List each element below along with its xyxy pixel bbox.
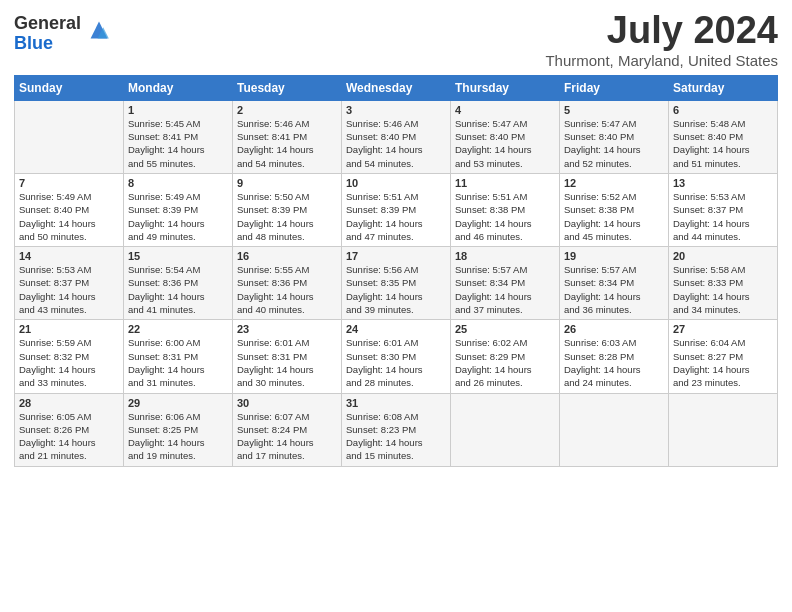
day-number: 3 (346, 104, 446, 116)
calendar-cell: 12Sunrise: 5:52 AM Sunset: 8:38 PM Dayli… (560, 173, 669, 246)
day-number: 28 (19, 397, 119, 409)
day-number: 31 (346, 397, 446, 409)
day-info: Sunrise: 5:45 AM Sunset: 8:41 PM Dayligh… (128, 117, 228, 170)
day-info: Sunrise: 6:05 AM Sunset: 8:26 PM Dayligh… (19, 410, 119, 463)
calendar-cell (15, 100, 124, 173)
day-number: 9 (237, 177, 337, 189)
day-info: Sunrise: 6:03 AM Sunset: 8:28 PM Dayligh… (564, 336, 664, 389)
day-info: Sunrise: 5:49 AM Sunset: 8:39 PM Dayligh… (128, 190, 228, 243)
day-number: 16 (237, 250, 337, 262)
day-number: 15 (128, 250, 228, 262)
day-info: Sunrise: 5:53 AM Sunset: 8:37 PM Dayligh… (673, 190, 773, 243)
title-area: July 2024 Thurmont, Maryland, United Sta… (545, 10, 778, 69)
calendar-cell: 15Sunrise: 5:54 AM Sunset: 8:36 PM Dayli… (124, 247, 233, 320)
day-info: Sunrise: 5:46 AM Sunset: 8:41 PM Dayligh… (237, 117, 337, 170)
day-info: Sunrise: 6:01 AM Sunset: 8:30 PM Dayligh… (346, 336, 446, 389)
logo-blue: Blue (14, 34, 81, 54)
calendar-cell: 11Sunrise: 5:51 AM Sunset: 8:38 PM Dayli… (451, 173, 560, 246)
day-number: 1 (128, 104, 228, 116)
day-info: Sunrise: 5:49 AM Sunset: 8:40 PM Dayligh… (19, 190, 119, 243)
logo: General Blue (14, 14, 113, 54)
calendar-cell: 5Sunrise: 5:47 AM Sunset: 8:40 PM Daylig… (560, 100, 669, 173)
calendar-cell: 16Sunrise: 5:55 AM Sunset: 8:36 PM Dayli… (233, 247, 342, 320)
day-number: 5 (564, 104, 664, 116)
day-info: Sunrise: 6:06 AM Sunset: 8:25 PM Dayligh… (128, 410, 228, 463)
header-area: General Blue July 2024 Thurmont, Marylan… (14, 10, 778, 69)
calendar-cell (669, 393, 778, 466)
calendar-cell: 4Sunrise: 5:47 AM Sunset: 8:40 PM Daylig… (451, 100, 560, 173)
month-title: July 2024 (545, 10, 778, 52)
day-number: 22 (128, 323, 228, 335)
calendar-body: 1Sunrise: 5:45 AM Sunset: 8:41 PM Daylig… (15, 100, 778, 466)
day-number: 29 (128, 397, 228, 409)
page-container: General Blue July 2024 Thurmont, Marylan… (0, 0, 792, 475)
calendar-cell: 13Sunrise: 5:53 AM Sunset: 8:37 PM Dayli… (669, 173, 778, 246)
col-tuesday: Tuesday (233, 75, 342, 100)
calendar-table: Sunday Monday Tuesday Wednesday Thursday… (14, 75, 778, 467)
day-info: Sunrise: 5:56 AM Sunset: 8:35 PM Dayligh… (346, 263, 446, 316)
calendar-cell: 23Sunrise: 6:01 AM Sunset: 8:31 PM Dayli… (233, 320, 342, 393)
day-info: Sunrise: 5:50 AM Sunset: 8:39 PM Dayligh… (237, 190, 337, 243)
header-row: Sunday Monday Tuesday Wednesday Thursday… (15, 75, 778, 100)
day-number: 19 (564, 250, 664, 262)
day-number: 30 (237, 397, 337, 409)
col-wednesday: Wednesday (342, 75, 451, 100)
day-info: Sunrise: 6:01 AM Sunset: 8:31 PM Dayligh… (237, 336, 337, 389)
calendar-cell (560, 393, 669, 466)
calendar-week-4: 21Sunrise: 5:59 AM Sunset: 8:32 PM Dayli… (15, 320, 778, 393)
calendar-cell: 24Sunrise: 6:01 AM Sunset: 8:30 PM Dayli… (342, 320, 451, 393)
day-number: 26 (564, 323, 664, 335)
day-info: Sunrise: 5:52 AM Sunset: 8:38 PM Dayligh… (564, 190, 664, 243)
calendar-header: Sunday Monday Tuesday Wednesday Thursday… (15, 75, 778, 100)
day-number: 21 (19, 323, 119, 335)
day-number: 2 (237, 104, 337, 116)
day-number: 11 (455, 177, 555, 189)
calendar-cell: 28Sunrise: 6:05 AM Sunset: 8:26 PM Dayli… (15, 393, 124, 466)
location-title: Thurmont, Maryland, United States (545, 52, 778, 69)
day-info: Sunrise: 6:02 AM Sunset: 8:29 PM Dayligh… (455, 336, 555, 389)
calendar-week-3: 14Sunrise: 5:53 AM Sunset: 8:37 PM Dayli… (15, 247, 778, 320)
col-monday: Monday (124, 75, 233, 100)
calendar-cell: 18Sunrise: 5:57 AM Sunset: 8:34 PM Dayli… (451, 247, 560, 320)
calendar-week-2: 7Sunrise: 5:49 AM Sunset: 8:40 PM Daylig… (15, 173, 778, 246)
day-info: Sunrise: 5:54 AM Sunset: 8:36 PM Dayligh… (128, 263, 228, 316)
calendar-cell: 26Sunrise: 6:03 AM Sunset: 8:28 PM Dayli… (560, 320, 669, 393)
calendar-cell: 25Sunrise: 6:02 AM Sunset: 8:29 PM Dayli… (451, 320, 560, 393)
day-number: 4 (455, 104, 555, 116)
logo-icon (85, 16, 113, 44)
calendar-cell: 8Sunrise: 5:49 AM Sunset: 8:39 PM Daylig… (124, 173, 233, 246)
day-info: Sunrise: 5:53 AM Sunset: 8:37 PM Dayligh… (19, 263, 119, 316)
day-number: 10 (346, 177, 446, 189)
day-info: Sunrise: 5:51 AM Sunset: 8:39 PM Dayligh… (346, 190, 446, 243)
day-info: Sunrise: 6:04 AM Sunset: 8:27 PM Dayligh… (673, 336, 773, 389)
calendar-cell: 30Sunrise: 6:07 AM Sunset: 8:24 PM Dayli… (233, 393, 342, 466)
day-info: Sunrise: 6:08 AM Sunset: 8:23 PM Dayligh… (346, 410, 446, 463)
day-info: Sunrise: 5:48 AM Sunset: 8:40 PM Dayligh… (673, 117, 773, 170)
day-number: 13 (673, 177, 773, 189)
day-number: 20 (673, 250, 773, 262)
calendar-cell: 14Sunrise: 5:53 AM Sunset: 8:37 PM Dayli… (15, 247, 124, 320)
day-info: Sunrise: 5:46 AM Sunset: 8:40 PM Dayligh… (346, 117, 446, 170)
day-number: 25 (455, 323, 555, 335)
day-info: Sunrise: 5:58 AM Sunset: 8:33 PM Dayligh… (673, 263, 773, 316)
calendar-cell: 1Sunrise: 5:45 AM Sunset: 8:41 PM Daylig… (124, 100, 233, 173)
day-info: Sunrise: 5:47 AM Sunset: 8:40 PM Dayligh… (564, 117, 664, 170)
day-info: Sunrise: 5:59 AM Sunset: 8:32 PM Dayligh… (19, 336, 119, 389)
calendar-cell: 6Sunrise: 5:48 AM Sunset: 8:40 PM Daylig… (669, 100, 778, 173)
logo-general: General (14, 14, 81, 34)
calendar-cell: 9Sunrise: 5:50 AM Sunset: 8:39 PM Daylig… (233, 173, 342, 246)
day-number: 6 (673, 104, 773, 116)
day-number: 27 (673, 323, 773, 335)
calendar-cell: 21Sunrise: 5:59 AM Sunset: 8:32 PM Dayli… (15, 320, 124, 393)
day-info: Sunrise: 5:55 AM Sunset: 8:36 PM Dayligh… (237, 263, 337, 316)
calendar-cell: 20Sunrise: 5:58 AM Sunset: 8:33 PM Dayli… (669, 247, 778, 320)
calendar-cell: 2Sunrise: 5:46 AM Sunset: 8:41 PM Daylig… (233, 100, 342, 173)
day-number: 23 (237, 323, 337, 335)
calendar-cell: 17Sunrise: 5:56 AM Sunset: 8:35 PM Dayli… (342, 247, 451, 320)
col-saturday: Saturday (669, 75, 778, 100)
day-number: 24 (346, 323, 446, 335)
day-info: Sunrise: 6:00 AM Sunset: 8:31 PM Dayligh… (128, 336, 228, 389)
calendar-cell: 22Sunrise: 6:00 AM Sunset: 8:31 PM Dayli… (124, 320, 233, 393)
calendar-week-5: 28Sunrise: 6:05 AM Sunset: 8:26 PM Dayli… (15, 393, 778, 466)
calendar-cell (451, 393, 560, 466)
